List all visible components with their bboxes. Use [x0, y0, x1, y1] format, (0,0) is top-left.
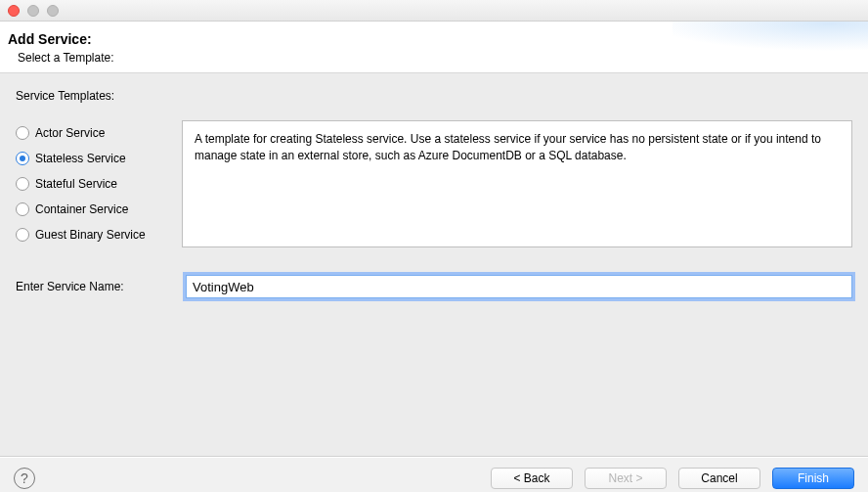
back-button[interactable]: < Back: [491, 468, 573, 489]
section-label: Service Templates:: [16, 89, 852, 103]
radio-label: Stateless Service: [35, 152, 126, 165]
dialog-content: Service Templates: Actor Service Statele…: [0, 73, 868, 457]
dialog-header: Add Service: Select a Template:: [0, 22, 868, 73]
radio-stateless-service[interactable]: Stateless Service: [16, 152, 172, 165]
close-icon[interactable]: [8, 5, 20, 17]
radio-actor-service[interactable]: Actor Service: [16, 126, 172, 140]
template-row: Actor Service Stateless Service Stateful…: [16, 120, 852, 247]
help-icon[interactable]: ?: [14, 468, 35, 489]
radio-label: Stateful Service: [35, 177, 117, 191]
button-bar: < Back Next > Cancel Finish: [491, 468, 854, 489]
finish-button[interactable]: Finish: [772, 468, 854, 489]
next-button: Next >: [585, 468, 667, 489]
template-radio-group: Actor Service Stateless Service Stateful…: [16, 120, 172, 247]
cancel-button[interactable]: Cancel: [678, 468, 760, 489]
radio-label: Guest Binary Service: [35, 228, 146, 242]
radio-dot-icon: [20, 156, 25, 161]
maximize-icon: [47, 5, 59, 17]
radio-icon: [16, 152, 29, 165]
service-name-row: Enter Service Name:: [16, 275, 852, 298]
minimize-icon: [27, 5, 39, 17]
service-name-input[interactable]: [186, 275, 852, 298]
radio-container-service[interactable]: Container Service: [16, 202, 172, 216]
radio-label: Container Service: [35, 202, 128, 216]
service-name-label: Enter Service Name:: [16, 280, 172, 293]
header-decoration: [673, 22, 868, 67]
radio-icon: [16, 202, 29, 216]
radio-guest-binary-service[interactable]: Guest Binary Service: [16, 228, 172, 242]
radio-icon: [16, 126, 29, 140]
radio-stateful-service[interactable]: Stateful Service: [16, 177, 172, 191]
radio-icon: [16, 177, 29, 191]
template-description: A template for creating Stateless servic…: [182, 120, 852, 247]
window-titlebar: [0, 0, 868, 22]
dialog-footer: ? < Back Next > Cancel Finish: [0, 457, 868, 492]
radio-icon: [16, 228, 29, 242]
radio-label: Actor Service: [35, 126, 105, 140]
